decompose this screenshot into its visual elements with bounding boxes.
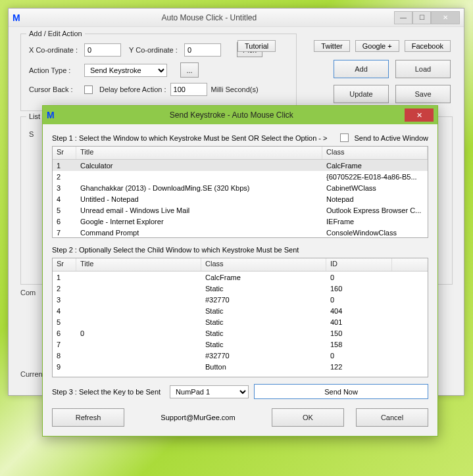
table-row[interactable]: 1CalcFrame0: [53, 272, 428, 283]
table-row[interactable]: 6Google - Internet ExplorerIEFrame: [53, 216, 428, 227]
save-button[interactable]: Save: [395, 85, 451, 103]
table-row[interactable]: 9Button122: [53, 361, 428, 372]
table-row[interactable]: 7Static158: [53, 339, 428, 350]
dialog-close-button[interactable]: ✕: [405, 108, 434, 122]
refresh-button[interactable]: Refresh: [52, 408, 124, 427]
cursor-back-checkbox[interactable]: [84, 85, 93, 94]
support-link[interactable]: Support@MurGee.com: [136, 414, 260, 421]
col-title[interactable]: Title: [76, 147, 322, 159]
window-title: Auto Mouse Click - Untitled: [24, 13, 394, 22]
close-button[interactable]: ✕: [431, 11, 460, 24]
action-type-select[interactable]: Send Keystroke: [84, 64, 167, 77]
delay-label: Delay before Action :: [99, 85, 166, 93]
key-select[interactable]: NumPad 1: [170, 385, 249, 398]
table-row[interactable]: 2{6070522E-E018-4a86-B5...: [53, 171, 428, 182]
delay-unit: Milli Second(s): [211, 85, 259, 93]
send-active-label: Send to Active Window: [354, 134, 428, 142]
add-button[interactable]: Add: [334, 60, 389, 78]
col2-sr[interactable]: Sr: [53, 258, 76, 271]
send-now-button[interactable]: Send Now: [254, 384, 428, 399]
col2-title[interactable]: Title: [76, 258, 201, 271]
dialog-title: Send Keystroke - Auto Mouse Click: [59, 110, 405, 120]
x-coord-input[interactable]: [84, 43, 121, 57]
col-class[interactable]: Class: [322, 147, 428, 159]
table-row[interactable]: 2Static160: [53, 283, 428, 294]
fieldset-legend: Add / Edit Action: [26, 30, 85, 37]
windows-grid[interactable]: Sr Title Class 1CalculatorCalcFrame2{607…: [52, 146, 428, 238]
app-icon: M: [12, 12, 20, 23]
action-type-label: Action Type :: [29, 66, 80, 74]
step3-label: Step 3 : Select the Key to be Sent: [52, 388, 161, 396]
send-keystroke-dialog: M Send Keystroke - Auto Mouse Click ✕ St…: [42, 105, 438, 437]
ellipsis-button[interactable]: ...: [180, 62, 199, 78]
dialog-titlebar[interactable]: M Send Keystroke - Auto Mouse Click ✕: [43, 106, 437, 124]
facebook-link[interactable]: Facebook: [405, 40, 451, 52]
twitter-link[interactable]: Twitter: [314, 40, 349, 52]
x-coord-label: X Co-ordinate :: [29, 46, 80, 54]
dialog-icon: M: [47, 110, 55, 120]
table-row[interactable]: 4Static404: [53, 305, 428, 316]
step1-label: Step 1 : Select the Window to which Keys…: [52, 134, 328, 142]
delay-input[interactable]: [170, 83, 207, 96]
col-sr[interactable]: Sr: [53, 147, 76, 159]
load-button[interactable]: Load: [395, 60, 451, 78]
update-button[interactable]: Update: [334, 85, 389, 103]
table-row[interactable]: 3Ghanchakkar (2013) - DownloadMing.SE (3…: [53, 182, 428, 193]
table-row[interactable]: 60Static150: [53, 327, 428, 339]
children-grid[interactable]: Sr Title Class ID 1CalcFrame02Static1603…: [52, 258, 428, 377]
main-action-buttons: Add Load Update Save: [334, 60, 451, 103]
table-row[interactable]: 1CalculatorCalcFrame: [53, 160, 428, 171]
table-row[interactable]: 7Command PromptConsoleWindowClass: [53, 227, 428, 237]
google-link[interactable]: Google +: [355, 40, 399, 52]
main-titlebar[interactable]: M Auto Mouse Click - Untitled — ☐ ✕: [9, 9, 464, 27]
tutorial-button[interactable]: Tutorial: [237, 40, 276, 52]
list-legend: List: [26, 112, 43, 120]
table-row[interactable]: 5Unread email - Windows Live MailOutlook…: [53, 204, 428, 216]
ok-button[interactable]: OK: [272, 408, 344, 427]
cursor-back-label: Cursor Back :: [29, 85, 80, 93]
table-row[interactable]: 4Untitled - NotepadNotepad: [53, 193, 428, 204]
table-row[interactable]: 3#327700: [53, 294, 428, 305]
table-row[interactable]: 8#327700: [53, 350, 428, 361]
y-coord-input[interactable]: [184, 43, 221, 57]
col2-id[interactable]: ID: [326, 258, 392, 271]
minimize-button[interactable]: —: [394, 11, 412, 24]
col2-class[interactable]: Class: [201, 258, 326, 271]
cancel-button[interactable]: Cancel: [356, 408, 428, 427]
maximize-button[interactable]: ☐: [412, 11, 431, 24]
step2-label: Step 2 : Optionally Select the Child Win…: [52, 246, 428, 254]
y-coord-label: Y Co-ordinate :: [129, 46, 180, 54]
send-active-checkbox[interactable]: [340, 133, 349, 142]
table-row[interactable]: 5Static401: [53, 316, 428, 327]
